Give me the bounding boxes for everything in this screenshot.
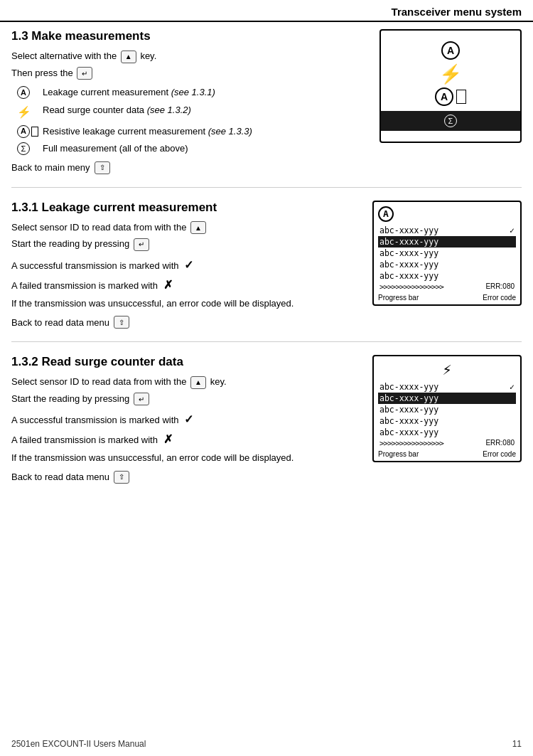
meas-item-resistive: A Resistive leakage current measurement …: [17, 124, 371, 139]
131-error-text: If the transmission was unsuccessful, an…: [11, 298, 294, 309]
checkmark-icon: ✓: [184, 259, 193, 271]
screen-132-rows: abc-xxxx-yyy ✓ abc-xxxx-yyy abc-xxxx-yyy…: [378, 381, 516, 449]
screen-131-row-0: abc-xxxx-yyy ✓: [378, 225, 516, 236]
section-132-text: 1.3.2 Read surge counter data Select sen…: [11, 355, 364, 486]
screen-132-row-2-text: abc-xxxx-yyy: [379, 405, 438, 415]
131-para1-text: Select sensor ID to read data from with …: [11, 222, 186, 233]
screen-131-row-2: abc-xxxx-yyy: [378, 247, 516, 259]
132-para2-text: Start the reading by pressing: [11, 393, 129, 404]
screen-131-row-1-text: abc-xxxx-yyy: [379, 237, 438, 247]
screen-13-diagram: A ⚡ A Σ: [379, 29, 522, 143]
resistive-label: Resistive leakage current measurement (s…: [43, 124, 252, 139]
measurements-list: A Leakage current measurement (see 1.3.1…: [17, 85, 371, 156]
page-footer: 2501en EXCOUNT-II Users Manual 11: [0, 739, 533, 749]
leakage-icon: A: [17, 86, 43, 99]
resistive-ref: (see 1.3.3): [208, 126, 252, 137]
section-13-back: Back to main meny ⇧: [11, 161, 371, 174]
screen-132-footer: Progress bar Error code: [378, 450, 516, 458]
xmark-icon: ✗: [163, 279, 173, 291]
screen-131-top: A: [378, 206, 516, 222]
meas-item-surge: ⚡ Read surge counter data (see 1.3.2): [17, 103, 371, 121]
screen-13-rect: [456, 90, 466, 104]
section-131-text: 1.3.1 Leakage current measurement Select…: [11, 201, 364, 332]
131-nav-key: ▲: [190, 221, 206, 234]
screen-131-progress-label: Progress bar: [378, 294, 419, 302]
screen-132-row-2: abc-xxxx-yyy: [378, 404, 516, 415]
full-label: Full measurement (all of the above): [43, 142, 188, 156]
page-content: 1.3 Make measurements Select alternative…: [0, 22, 533, 496]
screen-131-row-3: abc-xxxx-yyy: [378, 259, 516, 270]
screen-13-circle-A-mid: A: [435, 87, 453, 106]
131-enter-key: ↵: [134, 238, 149, 251]
section-13-text: 1.3 Make measurements Select alternative…: [11, 29, 371, 177]
131-error-info: If the transmission was unsuccessful, an…: [11, 297, 364, 311]
screen-132-row-1: abc-xxxx-yyy: [378, 393, 516, 404]
section-131-para2: Start the reading by pressing ↵: [11, 237, 364, 251]
surge-ref: (see 1.3.2): [147, 105, 191, 115]
132-nav-key: ▲: [190, 376, 206, 389]
section-132-para2: Start the reading by pressing ↵: [11, 392, 364, 406]
screen-132-row-3: abc-xxxx-yyy: [378, 415, 516, 427]
surge-icon: ⚡: [17, 104, 43, 121]
section-132-title: 1.3.2 Read surge counter data: [11, 355, 364, 369]
rect-icon: [31, 127, 38, 137]
screen-132-row-4: abc-xxxx-yyy: [378, 427, 516, 438]
leakage-label: Leakage current measurement (see 1.3.1): [43, 85, 215, 100]
screen-131-progress: >>>>>>>>>>>>>>>>: [379, 282, 443, 292]
screen-13-lightning: ⚡: [439, 63, 462, 85]
section-131-para1: Select sensor ID to read data from with …: [11, 220, 364, 235]
screen-13-sigma: Σ: [444, 115, 457, 127]
screen-132-row-0-text: abc-xxxx-yyy: [379, 382, 438, 392]
screen-131-row-4-text: abc-xxxx-yyy: [379, 271, 438, 281]
screen-132-diagram: ⚡ abc-xxxx-yyy ✓ abc-xxxx-yyy abc-xxxx-y…: [372, 355, 522, 462]
131-fail-text: A failed transmission is marked with: [11, 280, 158, 291]
screen-131-row-0-check: ✓: [510, 225, 515, 235]
para1-suffix: key.: [140, 50, 156, 61]
section-131-back: Back to read data menu ⇧: [11, 316, 364, 329]
section-131-marks: A successful transmission is marked with…: [11, 257, 364, 311]
screen-132-progress-label: Progress bar: [378, 450, 419, 458]
enter-key-icon: ↵: [77, 67, 92, 80]
para1-text: Select alternative with the: [11, 50, 117, 61]
132-fail-text: A failed transmission is marked with: [11, 435, 158, 445]
screen-131-circle-A: A: [378, 206, 394, 222]
132-xmark-icon: ✗: [163, 433, 173, 445]
header-title: Transceiver menu system: [392, 6, 522, 18]
screen-132-row-3-text: abc-xxxx-yyy: [379, 416, 438, 426]
screen-131-row-0-text: abc-xxxx-yyy: [379, 225, 438, 235]
nav-key-icon: ▲: [121, 50, 136, 63]
screen-13-circle-A-top: A: [441, 41, 460, 60]
screen-131-progress-row: >>>>>>>>>>>>>>>> ERR:080: [378, 282, 516, 292]
section-132-back: Back to read data menu ⇧: [11, 471, 364, 484]
footer-page: 11: [512, 739, 522, 749]
sigma-icon: Σ: [17, 142, 30, 155]
home-key-icon: ⇧: [95, 161, 110, 174]
section-132-marks: A successful transmission is marked with…: [11, 411, 364, 465]
screen-132-lightning-icon: ⚡: [442, 361, 451, 378]
page-header: Transceiver menu system: [0, 0, 533, 22]
back-main-label: Back to main meny: [11, 162, 90, 173]
screen-131-row-1: abc-xxxx-yyy: [378, 236, 516, 247]
132-success-text: A successful transmission is marked with: [11, 415, 179, 425]
section-132-para1: Select sensor ID to read data from with …: [11, 375, 364, 389]
131-para2-text: Start the reading by pressing: [11, 238, 129, 249]
132-success: A successful transmission is marked with…: [11, 411, 364, 428]
circle-A-leakage: A: [17, 86, 30, 99]
132-para1-suffix: key.: [210, 376, 227, 387]
para2-text: Then press the: [11, 68, 73, 78]
circle-A-resistive: A: [17, 125, 30, 138]
132-checkmark-icon: ✓: [184, 413, 193, 425]
section-13: 1.3 Make measurements Select alternative…: [11, 29, 522, 188]
131-home-key: ⇧: [114, 316, 129, 329]
131-success: A successful transmission is marked with…: [11, 257, 364, 274]
131-success-text: A successful transmission is marked with: [11, 260, 179, 271]
screen-131-rows: abc-xxxx-yyy ✓ abc-xxxx-yyy abc-xxxx-yyy…: [378, 225, 516, 292]
132-fail: A failed transmission is marked with ✗: [11, 431, 364, 448]
screen-131-row-4: abc-xxxx-yyy: [378, 270, 516, 282]
131-back-label: Back to read data menu: [11, 317, 109, 328]
resistive-icon: A: [17, 125, 43, 138]
132-para1-text: Select sensor ID to read data from with …: [11, 376, 186, 387]
screen-132-error: ERR:080: [485, 439, 515, 448]
screen-132-progress: >>>>>>>>>>>>>>>>: [379, 439, 443, 448]
footer-manual: 2501en EXCOUNT-II Users Manual: [11, 739, 146, 749]
